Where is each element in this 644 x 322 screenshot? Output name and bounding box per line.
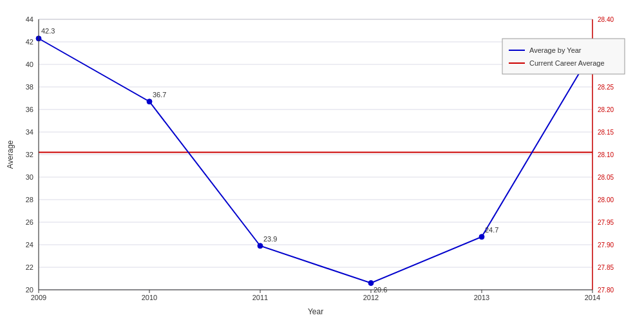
svg-text:Average by Year: Average by Year xyxy=(529,46,582,54)
svg-text:22: 22 xyxy=(26,263,33,271)
svg-rect-71 xyxy=(502,39,625,74)
svg-text:36: 36 xyxy=(26,106,33,113)
svg-text:38: 38 xyxy=(26,83,33,91)
svg-text:28.15: 28.15 xyxy=(598,129,614,136)
svg-text:27.95: 27.95 xyxy=(598,219,614,226)
svg-text:44: 44 xyxy=(26,15,33,23)
svg-text:28.20: 28.20 xyxy=(598,106,614,113)
svg-text:28.05: 28.05 xyxy=(598,174,614,181)
svg-text:2014: 2014 xyxy=(585,294,600,301)
chart-container: 2022242628303234363840424427.8027.8527.9… xyxy=(0,0,644,322)
svg-point-60 xyxy=(258,243,263,249)
svg-text:23.9: 23.9 xyxy=(263,235,277,243)
svg-text:40: 40 xyxy=(26,61,33,68)
svg-text:28.40: 28.40 xyxy=(598,16,614,23)
line-chart: 2022242628303234363840424427.8027.8527.9… xyxy=(0,0,644,322)
svg-text:30: 30 xyxy=(26,173,33,181)
svg-text:42.3: 42.3 xyxy=(41,27,55,35)
svg-text:32: 32 xyxy=(26,151,33,158)
svg-point-64 xyxy=(479,234,484,240)
svg-text:Current Career Average: Current Career Average xyxy=(529,59,605,67)
svg-text:2013: 2013 xyxy=(474,294,489,301)
svg-text:2010: 2010 xyxy=(142,294,157,301)
svg-text:28.10: 28.10 xyxy=(598,151,614,158)
svg-point-62 xyxy=(368,281,374,286)
svg-text:27.85: 27.85 xyxy=(598,264,614,271)
svg-text:28.25: 28.25 xyxy=(598,84,614,91)
svg-text:26: 26 xyxy=(26,218,33,226)
svg-text:28.00: 28.00 xyxy=(598,196,614,204)
svg-text:2011: 2011 xyxy=(252,294,268,301)
svg-text:24: 24 xyxy=(26,241,33,249)
svg-text:Average: Average xyxy=(6,140,15,169)
svg-text:2009: 2009 xyxy=(31,294,46,301)
svg-text:36.7: 36.7 xyxy=(153,91,166,99)
svg-text:28: 28 xyxy=(26,196,33,204)
svg-text:42: 42 xyxy=(26,38,33,46)
svg-text:27.90: 27.90 xyxy=(598,242,614,249)
svg-text:34: 34 xyxy=(26,128,33,136)
svg-point-58 xyxy=(147,99,152,104)
svg-text:24.7: 24.7 xyxy=(485,226,498,234)
svg-text:Year: Year xyxy=(308,307,323,316)
svg-text:2012: 2012 xyxy=(363,294,379,301)
svg-text:27.80: 27.80 xyxy=(598,287,614,294)
svg-text:20: 20 xyxy=(26,286,33,294)
